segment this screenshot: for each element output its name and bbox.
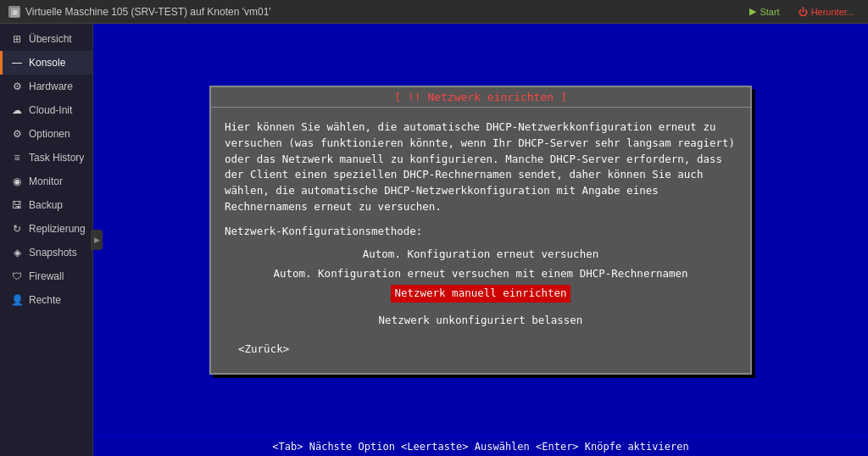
console-statusbar: <Tab> Nächste Option <Leertaste> Auswähl… <box>93 437 868 456</box>
replizierung-icon: ↻ <box>11 223 23 235</box>
sidebar-item-monitor[interactable]: ◉ Monitor <box>0 170 92 193</box>
dialog-title: [ !! Netzwerk einrichten ] <box>394 91 567 103</box>
titlebar-left: ▣ Virtuelle Maschine 105 (SRV-TEST) auf … <box>8 6 271 18</box>
console-area: [ !! Netzwerk einrichten ] Hier können S… <box>93 24 868 456</box>
sidebar-label-hardware: Hardware <box>29 81 73 92</box>
titlebar-actions: ▶ Start ⏻ Herunter... <box>744 4 860 19</box>
console-main: [ !! Netzwerk einrichten ] Hier können S… <box>93 24 868 437</box>
stop-icon: ⏻ <box>798 7 808 17</box>
sidebar-label-cloud-init: Cloud-Init <box>29 104 72 116</box>
statusbar-text: <Tab> Nächste Option <Leertaste> Auswähl… <box>272 441 688 453</box>
optionen-icon: ⚙ <box>11 128 23 140</box>
main-content: ⊞ Übersicht — Konsole ⚙ Hardware ☁ Cloud… <box>0 24 868 456</box>
dialog-body: Hier können Sie wählen, die automatische… <box>225 120 737 215</box>
sidebar-item-task-history[interactable]: ≡ Task History <box>0 146 92 170</box>
backup-icon: 🖫 <box>11 199 23 211</box>
sidebar-item-uebersicht[interactable]: ⊞ Übersicht <box>0 27 92 51</box>
vm-icon: ▣ <box>8 6 20 18</box>
option-3[interactable]: Netzwerk manuell einrichten <box>391 285 570 303</box>
sidebar-item-replizierung[interactable]: ↻ Replizierung <box>0 217 92 241</box>
sidebar-label-replizierung: Replizierung <box>29 223 86 235</box>
dialog-options: Autom. Konfiguration erneut versuchen Au… <box>225 246 737 302</box>
option-2[interactable]: Autom. Konfiguration erneut versuchen mi… <box>270 265 691 283</box>
uebersicht-icon: ⊞ <box>11 33 23 45</box>
sidebar-label-backup: Backup <box>29 199 63 211</box>
sidebar-label-snapshots: Snapshots <box>29 247 77 259</box>
sidebar-label-uebersicht: Übersicht <box>29 33 72 45</box>
sidebar-item-rechte[interactable]: 👤 Rechte <box>0 288 92 312</box>
monitor-icon: ◉ <box>11 175 23 187</box>
task-history-icon: ≡ <box>11 152 23 164</box>
sidebar-label-firewall: Firewall <box>29 270 64 282</box>
sidebar-item-cloud-init[interactable]: ☁ Cloud-Init <box>0 98 92 122</box>
snapshots-icon: ◈ <box>11 247 23 259</box>
titlebar: ▣ Virtuelle Maschine 105 (SRV-TEST) auf … <box>0 0 868 24</box>
start-icon: ▶ <box>749 6 756 17</box>
rechte-icon: 👤 <box>11 294 23 306</box>
firewall-icon: 🛡 <box>11 270 23 282</box>
sidebar-label-monitor: Monitor <box>29 175 63 187</box>
sidebar-item-snapshots[interactable]: ◈ Snapshots <box>0 241 92 264</box>
sidebar-item-konsole[interactable]: — Konsole <box>0 51 92 75</box>
back-button[interactable]: <Zurück> <box>225 340 737 361</box>
dialog-section-label: Netzwerk-Konfigurationsmethode: <box>225 224 737 240</box>
sidebar-label-task-history: Task History <box>29 152 84 164</box>
network-dialog: [ !! Netzwerk einrichten ] Hier können S… <box>209 86 752 375</box>
sidebar-item-optionen[interactable]: ⚙ Optionen <box>0 122 92 146</box>
sidebar-toggle[interactable]: ▶ <box>91 230 103 250</box>
start-button[interactable]: ▶ Start <box>744 4 784 19</box>
sidebar-label-rechte: Rechte <box>29 294 61 306</box>
dialog-content: Hier können Sie wählen, die automatische… <box>211 108 750 373</box>
sidebar-label-optionen: Optionen <box>29 128 70 140</box>
option-1[interactable]: Autom. Konfiguration erneut versuchen <box>359 246 602 264</box>
hardware-icon: ⚙ <box>11 81 23 92</box>
option-4[interactable]: Netzwerk unkonfiguriert belassen <box>225 313 737 329</box>
cloud-init-icon: ☁ <box>11 104 23 116</box>
konsole-icon: — <box>11 57 23 69</box>
sidebar: ⊞ Übersicht — Konsole ⚙ Hardware ☁ Cloud… <box>0 24 93 456</box>
window-title: Virtuelle Maschine 105 (SRV-TEST) auf Kn… <box>25 6 271 18</box>
dialog-titlebar: [ !! Netzwerk einrichten ] <box>211 87 750 108</box>
sidebar-item-hardware[interactable]: ⚙ Hardware <box>0 75 92 98</box>
stop-button[interactable]: ⏻ Herunter... <box>793 5 860 19</box>
sidebar-item-firewall[interactable]: 🛡 Firewall <box>0 264 92 288</box>
sidebar-label-konsole: Konsole <box>29 57 65 69</box>
sidebar-item-backup[interactable]: 🖫 Backup <box>0 193 92 217</box>
